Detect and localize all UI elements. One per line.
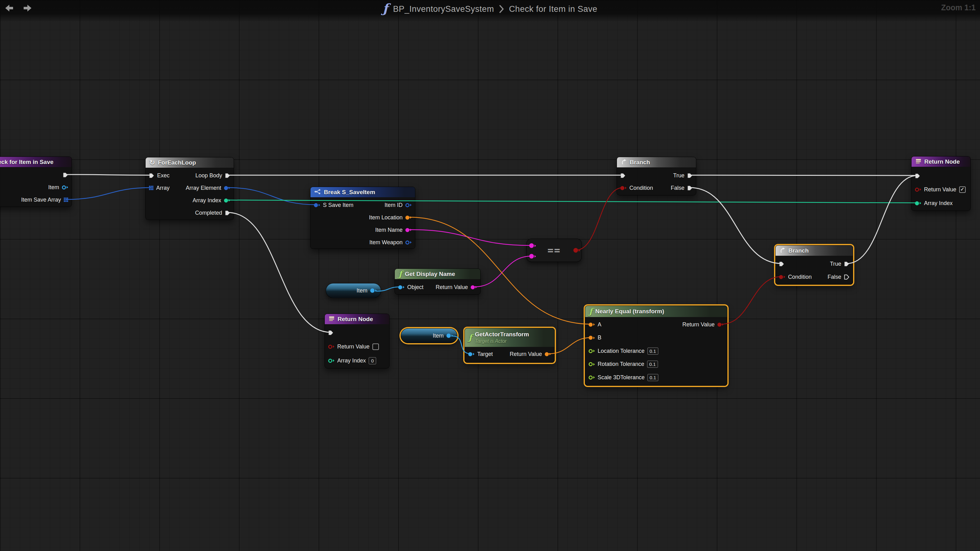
node-branch-1[interactable]: BranchTrueConditionFalse xyxy=(617,157,696,195)
node-return-right[interactable]: Return NodeReturn Value✓Array Index xyxy=(911,156,970,211)
output-pin-group: Item Location xyxy=(369,213,412,222)
blueprint-graph-canvas[interactable]: Check for Item in SaveItemItem Save Arra… xyxy=(0,0,980,551)
true-pin[interactable] xyxy=(687,173,692,178)
node-header[interactable]: ƒGetActorTransformTarget is Actor xyxy=(465,328,554,347)
node-header[interactable]: ƒNearly Equal (transform) xyxy=(585,306,727,317)
exec-pin[interactable] xyxy=(779,261,784,267)
value-input[interactable]: 0.1 xyxy=(648,374,658,381)
value-input[interactable]: 0.1 xyxy=(647,361,658,368)
value-input[interactable]: 0.1 xyxy=(648,347,658,355)
value-input[interactable]: 0 xyxy=(369,357,376,364)
pin-row: B xyxy=(585,333,727,342)
exec-pin[interactable] xyxy=(328,330,334,335)
pin-row xyxy=(912,172,970,180)
output-pin-group: Item Save Array xyxy=(21,195,68,204)
completed-pin[interactable] xyxy=(225,210,230,216)
node-nearly-equal[interactable]: ƒNearly Equal (transform)AReturn ValueBL… xyxy=(585,306,727,386)
return-value-pin[interactable] xyxy=(328,345,334,349)
node-return-left[interactable]: Return NodeReturn ValueArray Index0 xyxy=(325,314,390,368)
node-break[interactable]: Break S_SaveItemS Save ItemItem IDItem L… xyxy=(310,187,415,249)
false-pin[interactable] xyxy=(844,274,850,280)
scale-3dtolerance-pin[interactable] xyxy=(589,376,595,379)
array-pin[interactable] xyxy=(149,186,153,190)
node-title: Return Node xyxy=(924,158,960,165)
output-pin-group: Item xyxy=(48,183,68,192)
object-pin[interactable] xyxy=(398,285,404,289)
input-pin-group: Array Index xyxy=(915,199,953,207)
array-index-pin[interactable] xyxy=(224,199,230,202)
array-index-pin[interactable] xyxy=(915,201,921,205)
s-save-item-pin[interactable] xyxy=(314,203,320,207)
output-pin-group: Loop Body xyxy=(196,171,230,180)
input-pin-group: Return Value xyxy=(328,342,379,351)
node-header[interactable]: Check for Item in Save xyxy=(0,157,72,167)
node-entry[interactable]: Check for Item in SaveItemItem Save Arra… xyxy=(0,156,72,207)
condition-pin[interactable] xyxy=(620,186,627,190)
output-pin-group: Array Index xyxy=(192,196,230,205)
input-pin-group: Exec xyxy=(149,171,170,180)
back-button[interactable] xyxy=(5,4,14,12)
exec-pin[interactable] xyxy=(63,172,68,178)
node-get-actor-transform[interactable]: ƒGetActorTransformTarget is ActorTargetR… xyxy=(465,328,555,363)
checkbox-unchecked[interactable] xyxy=(372,344,379,350)
node-get-display-name[interactable]: ƒGet Display NameObjectReturn Value xyxy=(395,269,480,295)
array-element-pin[interactable] xyxy=(224,186,230,190)
item-id-pin[interactable] xyxy=(406,203,412,207)
break-struct-icon xyxy=(314,189,321,196)
input-pin-group xyxy=(779,260,784,268)
exec-pin[interactable] xyxy=(149,173,154,178)
result-pin[interactable] xyxy=(573,248,580,253)
input-pin-group: Object xyxy=(398,283,423,291)
loop-body-pin[interactable] xyxy=(225,173,230,178)
return-value-pin[interactable] xyxy=(718,323,724,326)
exec-pin[interactable] xyxy=(620,173,626,178)
pin-row: Return Value xyxy=(325,342,389,351)
rotation-tolerance-pin[interactable] xyxy=(589,362,595,366)
true-pin[interactable] xyxy=(844,261,850,267)
condition-pin[interactable] xyxy=(779,275,785,279)
array-index-label: Array Index xyxy=(192,197,221,204)
b-pin[interactable] xyxy=(589,336,595,340)
forward-button[interactable] xyxy=(22,4,32,12)
a-label: A xyxy=(598,322,601,328)
item-location-pin[interactable] xyxy=(406,216,412,220)
node-header[interactable]: Return Node xyxy=(912,156,970,167)
item-weapon-pin[interactable] xyxy=(406,240,412,245)
item-output-pin[interactable] xyxy=(447,333,453,338)
variable-getter-item-var-1[interactable]: Item xyxy=(326,283,381,298)
node-foreach[interactable]: ↻ForEachLoopExecLoop BodyArrayArray Elem… xyxy=(145,157,234,220)
node-header[interactable]: Return Node xyxy=(325,314,389,324)
operand-1-pin[interactable] xyxy=(529,243,536,248)
item-name-pin[interactable] xyxy=(406,228,412,232)
input-pin-group: Condition xyxy=(620,183,653,192)
false-pin[interactable] xyxy=(687,185,692,191)
return-value-pin[interactable] xyxy=(915,188,921,192)
node-branch-2[interactable]: BranchTrueConditionFalse xyxy=(775,245,853,285)
node-equal-equal[interactable]: == xyxy=(527,239,582,262)
exec-pin[interactable] xyxy=(915,173,920,178)
node-header[interactable]: Branch xyxy=(776,245,853,256)
variable-getter-item-var-2[interactable]: Item xyxy=(401,328,457,343)
pin-row: S Save ItemItem ID xyxy=(310,201,415,209)
item-save-array-pin[interactable] xyxy=(64,197,68,202)
array-index-pin[interactable] xyxy=(328,359,334,363)
checkbox-checked[interactable]: ✓ xyxy=(959,186,966,193)
pin-row: ConditionFalse xyxy=(617,183,696,192)
pin-row: Return Value✓ xyxy=(912,185,970,194)
node-header[interactable]: ƒGet Display Name xyxy=(395,269,480,279)
return-value-pin[interactable] xyxy=(545,352,551,356)
target-pin[interactable] xyxy=(468,352,474,356)
item-pin[interactable] xyxy=(62,185,68,190)
operand-2-pin[interactable] xyxy=(529,254,536,258)
node-header[interactable]: Branch xyxy=(617,157,696,167)
return-value-label: Return Value xyxy=(337,344,370,350)
a-pin[interactable] xyxy=(589,323,595,326)
pure-function-icon: ƒ xyxy=(399,270,402,278)
item-output-pin[interactable] xyxy=(370,288,377,293)
location-tolerance-pin[interactable] xyxy=(589,349,595,353)
return-value-pin[interactable] xyxy=(471,285,477,289)
node-header[interactable]: Break S_SaveItem xyxy=(310,187,415,197)
pin-row: Item Weapon xyxy=(310,238,415,247)
pin-row: Item Name xyxy=(310,226,415,234)
node-header[interactable]: ↻ForEachLoop xyxy=(146,158,234,168)
